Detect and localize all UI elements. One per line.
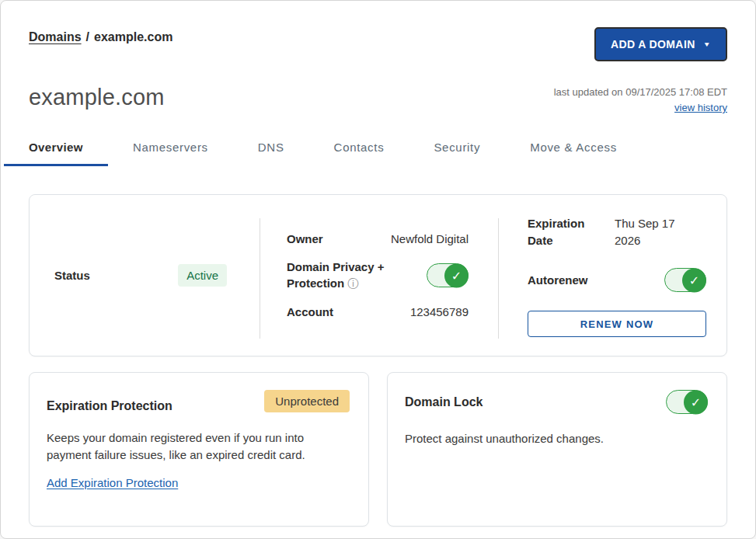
expiration-protection-header: Expiration Protection Unprotected	[47, 390, 350, 413]
info-icon[interactable]: ⓘ	[347, 277, 358, 290]
unprotected-badge: Unprotected	[264, 390, 350, 412]
page-title: example.com	[29, 83, 165, 111]
last-updated-block: last updated on 09/17/2025 17:08 EDT vie…	[554, 86, 727, 114]
breadcrumb-separator: /	[86, 30, 89, 43]
bottom-cards-row: Expiration Protection Unprotected Keeps …	[29, 372, 727, 527]
tab-dns[interactable]: DNS	[258, 141, 284, 166]
expiration-label: Expiration Date	[528, 215, 615, 249]
account-value: 123456789	[410, 305, 469, 318]
view-history-link[interactable]: view history	[674, 102, 727, 113]
owner-row: Owner Newfold Digital	[287, 232, 469, 245]
autorenew-label: Autorenew	[528, 273, 588, 287]
add-a-domain-label: ADD A DOMAIN	[611, 38, 695, 50]
tab-overview[interactable]: Overview	[4, 141, 108, 166]
breadcrumb-current: example.com	[94, 30, 172, 43]
details-section: Owner Newfold Digital Domain Privacy + P…	[260, 195, 498, 356]
expiration-label-line2: Date	[528, 232, 615, 249]
check-icon: ✓	[444, 263, 469, 287]
tab-nameservers[interactable]: Nameservers	[133, 141, 208, 166]
account-row: Account 123456789	[287, 305, 469, 318]
add-expiration-protection-link[interactable]: Add Expiration Protection	[47, 476, 178, 489]
top-bar: Domains/example.com ADD A DOMAIN ▼	[29, 27, 727, 63]
renew-now-button[interactable]: RENEW NOW	[528, 311, 706, 337]
status-section: Status Active	[30, 195, 260, 356]
domain-detail-page: Domains/example.com ADD A DOMAIN ▼ examp…	[0, 0, 756, 539]
privacy-label: Domain Privacy + Protection ⓘ	[287, 259, 384, 292]
title-row: example.com last updated on 09/17/2025 1…	[29, 83, 727, 114]
tab-bar: Overview Nameservers DNS Contacts Securi…	[29, 141, 727, 166]
domain-lock-header: Domain Lock ✓	[405, 390, 708, 414]
privacy-toggle[interactable]: ✓	[427, 263, 469, 287]
expiration-value: Thu Sep 17 2026	[615, 215, 675, 249]
expiration-value-line1: Thu Sep 17	[615, 215, 675, 232]
owner-value: Newfold Digital	[391, 232, 469, 245]
status-badge: Active	[178, 264, 227, 287]
expiration-protection-card: Expiration Protection Unprotected Keeps …	[29, 372, 369, 527]
expiration-protection-title: Expiration Protection	[47, 399, 172, 413]
check-icon: ✓	[684, 390, 708, 414]
check-icon: ✓	[682, 268, 706, 292]
breadcrumb-domains-link[interactable]: Domains	[29, 30, 82, 43]
renewal-section: Expiration Date Thu Sep 17 2026 Autorene…	[499, 195, 726, 356]
chevron-down-icon: ▼	[703, 40, 711, 47]
autorenew-toggle[interactable]: ✓	[664, 268, 706, 292]
domain-lock-title: Domain Lock	[405, 395, 483, 409]
domain-lock-card: Domain Lock ✓ Protect against unauthoriz…	[387, 372, 727, 527]
autorenew-row: Autorenew ✓	[528, 268, 706, 292]
overview-card: Status Active Owner Newfold Digital Doma…	[29, 194, 727, 356]
expiration-row: Expiration Date Thu Sep 17 2026	[528, 215, 706, 249]
add-a-domain-button[interactable]: ADD A DOMAIN ▼	[594, 27, 727, 61]
account-label: Account	[287, 305, 333, 318]
privacy-label-line2: Protection	[287, 276, 344, 290]
tab-move-access[interactable]: Move & Access	[530, 141, 617, 166]
expiration-label-line1: Expiration	[528, 215, 615, 232]
breadcrumb: Domains/example.com	[29, 27, 172, 44]
owner-label: Owner	[287, 232, 323, 245]
expiration-value-line2: 2026	[615, 232, 675, 249]
privacy-label-line1: Domain Privacy +	[287, 259, 384, 275]
privacy-row: Domain Privacy + Protection ⓘ ✓	[287, 259, 469, 292]
domain-lock-toggle[interactable]: ✓	[666, 390, 708, 414]
tab-security[interactable]: Security	[434, 141, 480, 166]
domain-lock-description: Protect against unauthorized changes.	[405, 430, 700, 447]
last-updated-text: last updated on 09/17/2025 17:08 EDT	[554, 86, 727, 98]
expiration-protection-description: Keeps your domain registered even if you…	[47, 429, 342, 464]
tab-contacts[interactable]: Contacts	[334, 141, 385, 166]
status-label: Status	[54, 269, 90, 282]
